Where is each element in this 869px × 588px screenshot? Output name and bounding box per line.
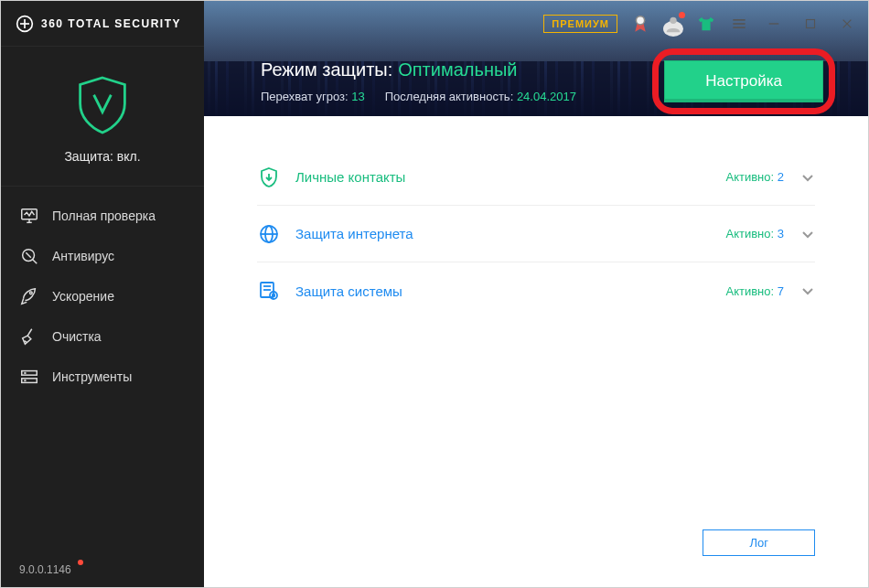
mode-value: Оптимальный [398,59,517,80]
section-internet-protection[interactable]: Защита интернета Активно: 3 [257,206,815,262]
sidebar-item-cleanup[interactable]: Очистка [1,316,204,357]
protection-status-label: Защита: вкл. [1,149,204,164]
section-personal-contacts[interactable]: Личные контакты Активно: 2 [257,149,815,206]
sidebar-item-label: Антивирус [52,249,114,263]
chevron-down-icon [800,170,815,185]
chevron-down-icon [800,227,815,241]
broom-icon [19,326,39,347]
svg-rect-22 [807,20,815,28]
notification-dot-icon [679,12,685,18]
svg-point-16 [636,16,644,25]
close-button[interactable] [835,12,859,36]
svg-line-7 [33,260,38,264]
svg-line-9 [27,329,32,336]
settings-highlight: Настройка [652,48,835,114]
rocket-icon [19,286,39,306]
sidebar-item-label: Очистка [52,329,102,344]
tshirt-icon[interactable] [696,14,716,34]
version-label: 9.0.0.1146 [1,552,204,587]
shield-icon [75,74,130,136]
svg-point-32 [273,294,275,297]
svg-point-17 [670,17,676,24]
svg-point-13 [25,372,26,373]
globe-icon [257,222,281,246]
avatar-icon[interactable] [663,14,683,34]
shield-down-icon [257,166,281,189]
section-status-label: Активно: [725,284,774,298]
system-gear-icon [257,279,281,303]
log-button[interactable]: Лог [703,529,815,556]
sidebar-item-label: Инструменты [52,369,132,384]
settings-button[interactable]: Настройка [664,60,823,102]
menu-icon[interactable] [729,14,749,34]
banner-info: Режим защиты: Оптимальный Перехват угроз… [261,59,576,103]
sidebar-item-full-scan[interactable]: Полная проверка [1,196,204,236]
section-count: 3 [778,227,784,241]
sidebar-item-tools[interactable]: Инструменты [1,357,204,397]
threats-label: Перехват угроз: [261,90,349,103]
section-label: Защита системы [295,283,725,299]
main-area: Личные контакты Активно: 2 Защи [204,116,868,587]
svg-point-14 [25,380,26,381]
activity-value: 24.04.2017 [517,90,576,103]
sidebar-item-antivirus[interactable]: Антивирус [1,236,204,276]
monitor-icon [19,206,39,226]
antivirus-icon [19,246,39,266]
tools-icon [19,367,39,387]
content-pane: ПРЕМИУМ [204,1,868,587]
svg-point-8 [29,292,32,294]
mode-label: Режим защиты: [261,59,392,80]
logo-icon [16,15,34,33]
section-status-label: Активно: [725,170,774,184]
threats-value: 13 [351,90,364,103]
app-title: 360 TOTAL SECURITY [41,17,181,30]
section-label: Личные контакты [295,169,725,185]
section-system-protection[interactable]: Защита системы Активно: 7 [257,262,815,319]
svg-rect-3 [22,209,38,219]
sidebar-nav: Полная проверка Антивирус [1,187,204,552]
medal-icon[interactable] [630,14,650,34]
logo-row: 360 TOTAL SECURITY [1,1,204,47]
premium-badge[interactable]: ПРЕМИУМ [543,15,617,33]
update-dot-icon [78,560,83,565]
activity-label: Последняя активность: [385,90,514,103]
section-count: 2 [778,170,784,184]
chevron-down-icon [800,283,815,298]
sidebar-item-label: Полная проверка [52,208,156,223]
sidebar-item-speedup[interactable]: Ускорение [1,276,204,316]
sidebar-item-label: Ускорение [52,289,114,304]
sidebar: 360 TOTAL SECURITY Защита: вкл. [1,1,204,587]
section-label: Защита интернета [295,226,725,241]
section-count: 7 [778,284,784,298]
minimize-button[interactable] [762,12,786,36]
maximize-button[interactable] [799,12,822,36]
protection-status-block[interactable]: Защита: вкл. [1,47,204,187]
section-status-label: Активно: [725,227,774,241]
topbar: ПРЕМИУМ [204,1,868,47]
